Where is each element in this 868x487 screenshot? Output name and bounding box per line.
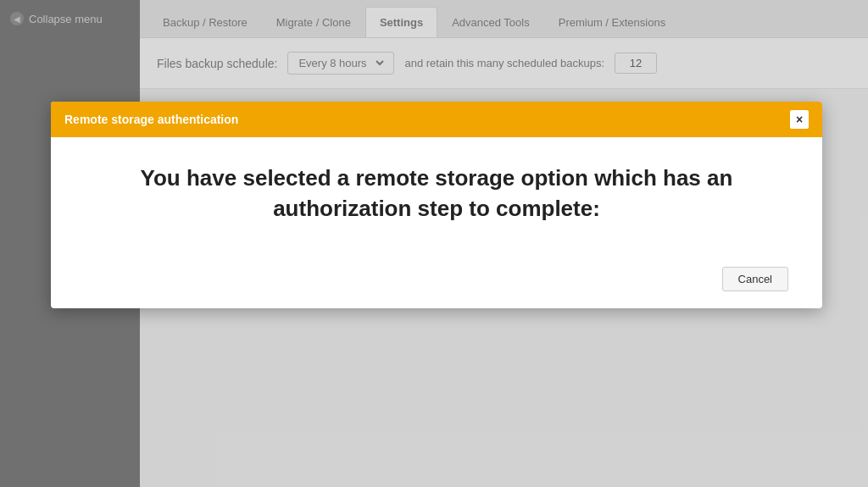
modal-dialog: Remote storage authentication × You have…: [51, 102, 822, 308]
modal-body: You have selected a remote storage optio…: [51, 137, 822, 267]
modal-header: Remote storage authentication ×: [51, 102, 822, 137]
modal-message: You have selected a remote storage optio…: [85, 163, 788, 224]
modal-close-button[interactable]: ×: [790, 110, 809, 129]
modal-footer: Cancel: [51, 267, 822, 308]
modal-title: Remote storage authentication: [64, 113, 238, 126]
cancel-button[interactable]: Cancel: [722, 267, 788, 291]
